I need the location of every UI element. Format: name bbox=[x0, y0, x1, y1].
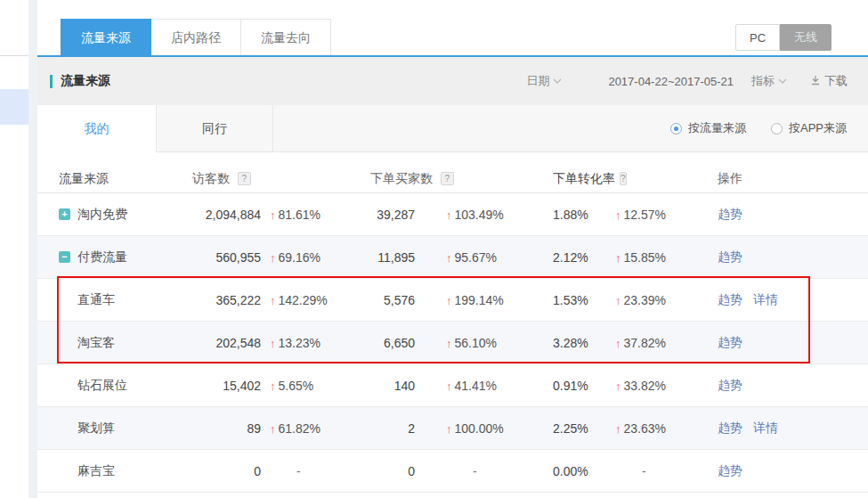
buyers-value: 140 bbox=[370, 379, 415, 393]
panel-header-controls: 日期 2017-04-22~2017-05-21 指标 下载 bbox=[526, 73, 848, 89]
up-arrow-icon: ↑ bbox=[615, 294, 621, 307]
buyers-value: 5,576 bbox=[370, 293, 415, 307]
up-arrow-icon: ↑ bbox=[270, 422, 276, 436]
visitors-change: ↑13.23% bbox=[261, 336, 370, 350]
conversion-change: ↑23.39% bbox=[597, 293, 695, 307]
up-arrow-icon: ↑ bbox=[446, 337, 452, 350]
visitors-change: ↑81.61% bbox=[261, 208, 370, 222]
expand-plus-icon[interactable]: + bbox=[59, 208, 70, 220]
metric-dropdown[interactable]: 指标 bbox=[751, 73, 787, 89]
row-actions: 趋势 bbox=[695, 207, 868, 223]
panel-header: 流量来源 日期 2017-04-22~2017-05-21 指标 下载 bbox=[37, 57, 868, 105]
conversion-change: ↑15.85% bbox=[597, 250, 695, 265]
radio-label: 按APP来源 bbox=[789, 120, 847, 136]
trend-link[interactable]: 趋势 bbox=[718, 292, 742, 308]
date-dropdown[interactable]: 日期 bbox=[526, 73, 562, 89]
header-buyers: 下单买家数 ? bbox=[370, 171, 415, 187]
radio-by-traffic-source[interactable]: 按流量来源 bbox=[670, 120, 746, 136]
panel-title: 流量来源 bbox=[37, 73, 110, 89]
visitors-value: 0 bbox=[192, 464, 261, 478]
source-name-cell: − 付费流量 bbox=[37, 249, 192, 265]
header-actions: 操作 bbox=[695, 171, 868, 187]
trend-link[interactable]: 趋势 bbox=[718, 249, 742, 265]
source-name-cell: 直通车 bbox=[37, 292, 192, 308]
detail-link[interactable]: 详情 bbox=[753, 420, 778, 437]
table-row: 聚划算 89 ↑61.82% 2 ↑100.00% 2.25% ↑23.63% … bbox=[37, 407, 868, 450]
date-range[interactable]: 2017-04-22~2017-05-21 bbox=[608, 75, 734, 88]
header-visitors: 访客数 ? bbox=[192, 171, 261, 187]
trend-link[interactable]: 趋势 bbox=[718, 207, 742, 223]
visitors-change: - bbox=[261, 464, 370, 478]
trend-link[interactable]: 趋势 bbox=[718, 378, 742, 394]
radio-label: 按流量来源 bbox=[688, 120, 746, 136]
title-accent-bar bbox=[50, 75, 53, 88]
wireless-button[interactable]: 无线 bbox=[780, 24, 831, 51]
source-name: 麻吉宝 bbox=[77, 463, 115, 479]
tab-traffic-source[interactable]: 流量来源 bbox=[61, 19, 151, 55]
visitors-value: 89 bbox=[192, 421, 261, 436]
radio-unselected-icon bbox=[771, 123, 783, 135]
view-tabs: 我的 同行 按流量来源 按APP来源 bbox=[37, 105, 868, 152]
date-dropdown-label: 日期 bbox=[526, 73, 549, 89]
table-row: 钻石展位 15,402 ↑5.65% 140 ↑41.41% 0.91% ↑33… bbox=[37, 364, 868, 407]
buyers-change: ↑95.67% bbox=[415, 250, 522, 265]
tab-peers[interactable]: 同行 bbox=[157, 105, 273, 151]
buyers-value: 0 bbox=[370, 464, 415, 478]
help-icon[interactable]: ? bbox=[620, 172, 627, 185]
trend-link[interactable]: 趋势 bbox=[718, 335, 742, 351]
row-actions: 趋势 bbox=[695, 335, 868, 351]
buyers-value: 2 bbox=[370, 421, 415, 436]
radio-by-app-source[interactable]: 按APP来源 bbox=[771, 120, 847, 136]
up-arrow-icon: ↑ bbox=[615, 251, 621, 265]
source-name: 钻石展位 bbox=[77, 378, 127, 394]
table-row: 淘宝客 202,548 ↑13.23% 6,650 ↑56.10% 3.28% … bbox=[37, 322, 868, 364]
help-icon[interactable]: ? bbox=[238, 172, 251, 185]
up-arrow-icon: ↑ bbox=[270, 208, 276, 222]
table-body: + 淘内免费 2,094,884 ↑81.61% 39,287 ↑103.49%… bbox=[37, 193, 868, 493]
buyers-value: 39,287 bbox=[370, 208, 415, 222]
table-row: 直通车 365,222 ↑142.29% 5,576 ↑199.14% 1.53… bbox=[37, 279, 868, 322]
source-name-cell: 聚划算 bbox=[37, 420, 192, 437]
source-name-cell: 麻吉宝 bbox=[37, 463, 192, 479]
download-button[interactable]: 下载 bbox=[810, 73, 848, 89]
top-bar: 流量来源 店内路径 流量去向 PC 无线 bbox=[37, 0, 868, 55]
sidebar-divider bbox=[0, 55, 28, 56]
download-label: 下载 bbox=[824, 73, 848, 89]
no-change-dash: - bbox=[446, 464, 477, 478]
no-change-dash: - bbox=[615, 464, 646, 478]
buyers-value: 6,650 bbox=[370, 336, 415, 350]
trend-link[interactable]: 趋势 bbox=[718, 463, 742, 479]
row-actions: 趋势详情 bbox=[695, 292, 868, 308]
conversion-value: 3.28% bbox=[522, 336, 597, 350]
source-name-cell: + 淘内免费 bbox=[37, 207, 192, 223]
detail-link[interactable]: 详情 bbox=[753, 292, 778, 308]
table-row: + 淘内免费 2,094,884 ↑81.61% 39,287 ↑103.49%… bbox=[37, 193, 868, 236]
metric-dropdown-label: 指标 bbox=[751, 73, 775, 89]
conversion-value: 2.12% bbox=[522, 250, 597, 265]
up-arrow-icon: ↑ bbox=[446, 380, 452, 393]
help-icon[interactable]: ? bbox=[441, 172, 454, 185]
up-arrow-icon: ↑ bbox=[615, 422, 621, 436]
tab-instore-path[interactable]: 店内路径 bbox=[150, 19, 241, 55]
tab-traffic-destination[interactable]: 流量去向 bbox=[240, 19, 331, 55]
download-icon bbox=[810, 75, 821, 88]
sidebar-selected-item[interactable] bbox=[0, 89, 28, 125]
up-arrow-icon: ↑ bbox=[270, 251, 276, 265]
table-row: − 付费流量 560,955 ↑69.16% 11,895 ↑95.67% 2.… bbox=[37, 236, 868, 279]
row-actions: 趋势 bbox=[695, 463, 868, 479]
collapse-minus-icon[interactable]: − bbox=[59, 251, 70, 263]
tab-mine[interactable]: 我的 bbox=[37, 105, 157, 152]
trend-link[interactable]: 趋势 bbox=[718, 420, 742, 437]
table-row: 麻吉宝 0 - 0 - 0.00% - 趋势 bbox=[37, 450, 868, 493]
visitors-value: 15,402 bbox=[192, 379, 261, 393]
visitors-change: ↑69.16% bbox=[261, 250, 370, 265]
source-name: 付费流量 bbox=[77, 249, 127, 265]
up-arrow-icon: ↑ bbox=[446, 422, 452, 436]
pc-button[interactable]: PC bbox=[735, 24, 780, 51]
conversion-value: 0.00% bbox=[522, 464, 597, 478]
conversion-change: ↑33.82% bbox=[597, 379, 695, 393]
source-name-cell: 淘宝客 bbox=[37, 335, 192, 351]
row-actions: 趋势 bbox=[695, 378, 868, 394]
up-arrow-icon: ↑ bbox=[446, 208, 452, 222]
source-name: 直通车 bbox=[77, 292, 115, 308]
